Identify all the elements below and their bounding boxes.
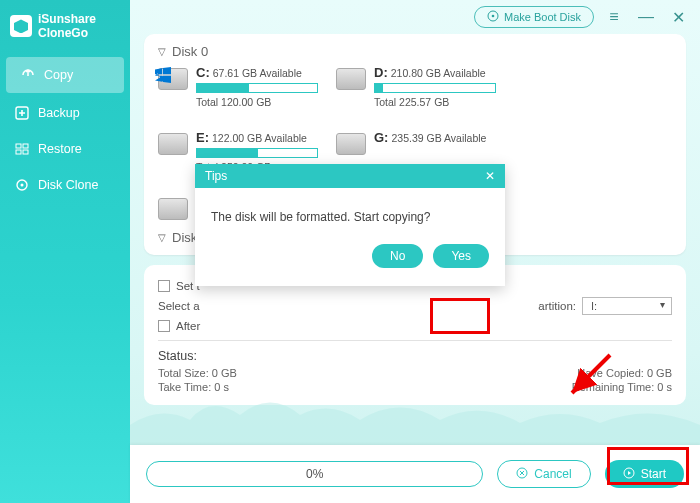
- dialog-no-button[interactable]: No: [372, 244, 423, 268]
- usage-bar: [196, 83, 318, 93]
- svg-rect-4: [23, 150, 28, 154]
- usage-bar: [374, 83, 496, 93]
- logo-text: iSunshareCloneGo: [38, 12, 96, 41]
- menu-icon[interactable]: ≡: [602, 5, 626, 29]
- backup-icon: [14, 105, 30, 121]
- cancel-button[interactable]: Cancel: [497, 460, 590, 488]
- drive-icon: [158, 198, 188, 220]
- svg-point-8: [492, 15, 495, 18]
- nav-copy[interactable]: Copy: [6, 57, 124, 93]
- drive-icon: [336, 68, 366, 90]
- after-checkbox[interactable]: [158, 320, 170, 332]
- logo-icon: [10, 15, 32, 37]
- cancel-label: Cancel: [534, 467, 571, 481]
- progress-bar: 0%: [146, 461, 483, 487]
- cancel-icon: [516, 467, 528, 482]
- tips-dialog: Tips ✕ The disk will be formatted. Start…: [195, 164, 505, 286]
- copy-icon: [20, 67, 36, 83]
- close-icon[interactable]: ✕: [666, 5, 690, 29]
- play-icon: [623, 467, 635, 482]
- disc-icon: [487, 10, 499, 24]
- usage-bar: [196, 148, 318, 158]
- disk0-header[interactable]: ▽ Disk 0: [158, 44, 672, 59]
- drive-icon: [158, 133, 188, 155]
- dialog-yes-button[interactable]: Yes: [433, 244, 489, 268]
- partition-d[interactable]: D:210.80 GB Available Total 225.57 GB: [336, 65, 496, 108]
- make-boot-button[interactable]: Make Boot Disk: [474, 6, 594, 28]
- svg-rect-2: [23, 144, 28, 148]
- svg-rect-1: [16, 144, 21, 148]
- chevron-down-icon: ▽: [158, 232, 166, 243]
- partition-select[interactable]: I:: [582, 297, 672, 315]
- dialog-close-icon[interactable]: ✕: [485, 169, 495, 183]
- set-target-checkbox[interactable]: [158, 280, 170, 292]
- windows-drive-icon: [158, 68, 188, 90]
- nav-label: Restore: [38, 142, 82, 156]
- chevron-down-icon: ▽: [158, 46, 166, 57]
- diskclone-icon: [14, 177, 30, 193]
- nav-backup[interactable]: Backup: [0, 95, 130, 131]
- nav-label: Copy: [44, 68, 73, 82]
- nav-label: Disk Clone: [38, 178, 98, 192]
- dialog-title: Tips: [205, 169, 227, 183]
- partition-c[interactable]: C:67.61 GB Available Total 120.00 GB: [158, 65, 318, 108]
- footer: 0% Cancel Start: [130, 445, 700, 503]
- drive-icon: [336, 133, 366, 155]
- status-title: Status:: [158, 349, 672, 363]
- options-panel: Set t Select a artition: I: After Status…: [144, 265, 686, 405]
- nav-label: Backup: [38, 106, 80, 120]
- minimize-icon[interactable]: —: [634, 5, 658, 29]
- restore-icon: [14, 141, 30, 157]
- start-label: Start: [641, 467, 666, 481]
- svg-rect-3: [16, 150, 21, 154]
- titlebar: Make Boot Disk ≡ — ✕: [130, 0, 700, 34]
- svg-point-6: [21, 183, 24, 186]
- dialog-message: The disk will be formatted. Start copyin…: [195, 188, 505, 232]
- start-button[interactable]: Start: [605, 460, 684, 488]
- app-logo: iSunshareCloneGo: [0, 0, 130, 49]
- nav-restore[interactable]: Restore: [0, 131, 130, 167]
- nav: Copy Backup Restore Disk Clone: [0, 57, 130, 203]
- nav-diskclone[interactable]: Disk Clone: [0, 167, 130, 203]
- make-boot-label: Make Boot Disk: [504, 11, 581, 23]
- sidebar: iSunshareCloneGo Copy Backup Restore: [0, 0, 130, 503]
